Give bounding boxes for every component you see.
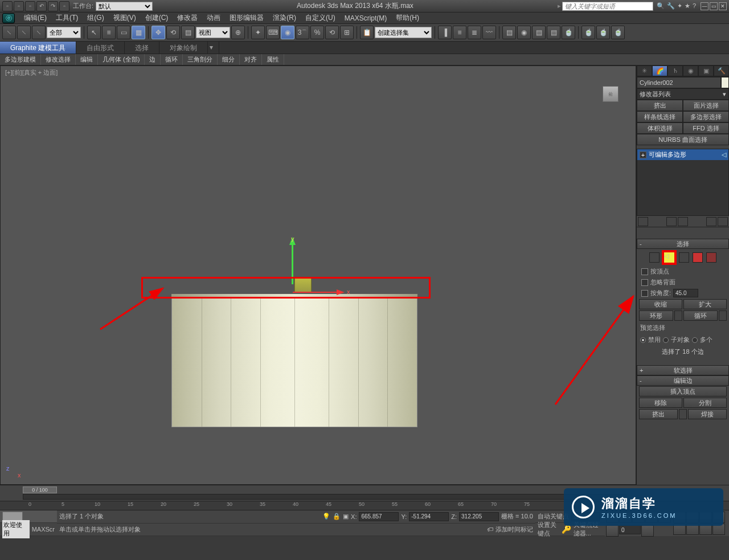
menu-animation[interactable]: 动画 <box>202 12 225 24</box>
sub-loop[interactable]: 循环 <box>161 54 183 65</box>
current-frame[interactable] <box>619 525 641 534</box>
subobj-vertex[interactable] <box>649 252 660 263</box>
render-prod-icon[interactable]: 🍵 <box>581 26 595 39</box>
ribbon-expand-icon[interactable]: ▾ <box>208 42 219 54</box>
percent-snap-icon[interactable]: % <box>310 26 324 39</box>
key-icon[interactable]: 🔑 <box>562 525 571 534</box>
keyboard-icon[interactable]: ⌨ <box>266 26 280 39</box>
viewcube[interactable]: 前 <box>603 86 619 102</box>
save-icon[interactable]: ▫ <box>25 1 35 11</box>
star-icon[interactable]: ★ <box>685 2 690 10</box>
sub-edit[interactable]: 编辑 <box>76 54 98 65</box>
move-icon[interactable]: ✥ <box>151 26 165 39</box>
cylinder-object[interactable] <box>171 297 417 427</box>
menu-maxscript[interactable]: MAXScript(M) <box>340 13 392 23</box>
loop-button[interactable]: 循环 <box>683 310 718 321</box>
material-icon[interactable]: ◉ <box>517 26 531 39</box>
refcoord-select[interactable]: 视图 <box>196 27 230 38</box>
open-icon[interactable]: ▫ <box>14 1 24 11</box>
mod-extrude[interactable]: 挤出 <box>637 100 683 111</box>
mod-patch-sel[interactable]: 面片选择 <box>683 100 729 111</box>
rollout-soft-sel[interactable]: +软选择 <box>637 365 729 375</box>
ring-spinner[interactable] <box>674 310 682 321</box>
schematic-icon[interactable]: ▤ <box>502 26 516 39</box>
grow-button[interactable]: 扩大 <box>683 299 727 309</box>
render-icon[interactable]: 🍵 <box>562 26 575 39</box>
window-crossing-icon[interactable]: ▦ <box>132 26 145 39</box>
sub-align[interactable]: 对齐 <box>240 54 262 65</box>
chk-by-vertex[interactable] <box>641 268 648 275</box>
extrude-settings-icon[interactable] <box>679 409 687 419</box>
modifier-list-select[interactable]: 修改器列表▾ <box>637 88 729 100</box>
tab-freeform[interactable]: 自由形式 <box>76 42 125 54</box>
shrink-button[interactable]: 收缩 <box>639 299 682 309</box>
tab-display-icon[interactable]: ▣ <box>698 66 714 76</box>
minimize-button[interactable]: — <box>701 2 708 10</box>
mirror-icon[interactable]: ▐ <box>438 26 452 39</box>
binoculars-icon[interactable]: 🔍 <box>657 2 665 10</box>
rotate-icon[interactable]: ⟲ <box>166 26 180 39</box>
loop-spinner[interactable] <box>719 310 727 321</box>
sub-subdiv[interactable]: 细分 <box>218 54 240 65</box>
lock-icon[interactable]: 💡 <box>322 513 330 520</box>
sub-geom[interactable]: 几何体 (全部) <box>98 54 145 65</box>
add-time-tag[interactable]: 添加时间标记 <box>495 525 533 534</box>
tab-create-icon[interactable]: ✳ <box>637 66 652 76</box>
time-config-icon[interactable] <box>641 525 654 537</box>
menu-graph[interactable]: 图形编辑器 <box>225 12 268 24</box>
radio-off[interactable] <box>640 337 646 343</box>
tab-hierarchy-icon[interactable]: ♄ <box>667 66 683 76</box>
isolate-icon[interactable]: ▣ <box>343 513 349 520</box>
layers-icon[interactable]: ≣ <box>468 26 481 39</box>
named-sel-icon[interactable]: 📋 <box>360 26 374 39</box>
menu-render[interactable]: 渲染(R) <box>268 12 301 24</box>
mod-poly-sel[interactable]: 多边形选择 <box>683 111 729 122</box>
curve-ed-icon[interactable]: 〰 <box>482 26 496 39</box>
menu-tools[interactable]: 工具(T) <box>51 12 83 24</box>
tab-motion-icon[interactable]: ◉ <box>683 66 698 76</box>
stack-editable-poly[interactable]: + 可编辑多边形 ◁ <box>637 149 728 160</box>
exchange-icon[interactable]: ✦ <box>677 2 682 10</box>
named-sel-select[interactable]: 创建选择集 <box>375 27 432 38</box>
mod-spline-sel[interactable]: 样条线选择 <box>637 111 683 122</box>
mod-nurbs[interactable]: NURBS 曲面选择 <box>637 134 729 145</box>
object-color-swatch[interactable] <box>721 77 729 88</box>
menu-modifiers[interactable]: 修改器 <box>173 12 202 24</box>
radio-multi[interactable] <box>692 337 698 343</box>
rollout-edit-edge[interactable]: -编辑边 <box>637 375 729 386</box>
remove-button[interactable]: 移除 <box>639 398 682 408</box>
edcns-icon[interactable]: ⊞ <box>340 26 354 39</box>
menu-views[interactable]: 视图(V) <box>109 12 141 24</box>
render-last-icon[interactable]: 🍵 <box>611 26 625 39</box>
unique-icon[interactable] <box>678 217 688 226</box>
new-icon[interactable]: ▫ <box>2 1 13 11</box>
render-setup-icon[interactable]: ▤ <box>532 26 546 39</box>
snap-toggle-icon[interactable]: ◉ <box>281 26 294 39</box>
mod-vol-sel[interactable]: 体积选择 <box>637 122 683 134</box>
sub-modsel[interactable]: 修改选择 <box>41 54 76 65</box>
project-icon[interactable]: ▫ <box>59 1 69 11</box>
show-end-icon[interactable] <box>666 217 677 226</box>
close-button[interactable]: ✕ <box>719 2 727 10</box>
lock-sel-icon[interactable]: 🔒 <box>333 513 341 520</box>
time-slider[interactable]: 0 / 100 <box>23 487 57 493</box>
app-icon[interactable]: ⓔ <box>2 13 15 23</box>
redo-icon[interactable]: ↷ <box>48 1 58 11</box>
z-coord[interactable] <box>459 512 499 521</box>
radio-subobj[interactable] <box>663 337 669 343</box>
config-icon[interactable] <box>718 217 728 226</box>
viewport-label[interactable]: [+][前][真实 + 边面] <box>5 68 58 77</box>
split-button[interactable]: 分割 <box>683 398 727 408</box>
unlink-icon[interactable]: ⟍ <box>17 26 31 39</box>
menu-customize[interactable]: 自定义(U) <box>301 12 340 24</box>
help-icon[interactable]: ? <box>693 2 696 10</box>
angle-spinner[interactable] <box>673 289 698 297</box>
extrude-button[interactable]: 挤出 <box>639 409 678 419</box>
key-mode-icon[interactable] <box>606 525 619 537</box>
tab-graphite[interactable]: Graphite 建模工具 <box>0 42 76 54</box>
menu-edit[interactable]: 编辑(E) <box>19 12 51 24</box>
bind-icon[interactable]: ⟍ <box>32 26 46 39</box>
set-key-button[interactable]: 设置关键点 <box>538 521 559 538</box>
weld-button[interactable]: 焊接 <box>688 409 727 419</box>
mod-ffd-sel[interactable]: FFD 选择 <box>683 122 729 134</box>
